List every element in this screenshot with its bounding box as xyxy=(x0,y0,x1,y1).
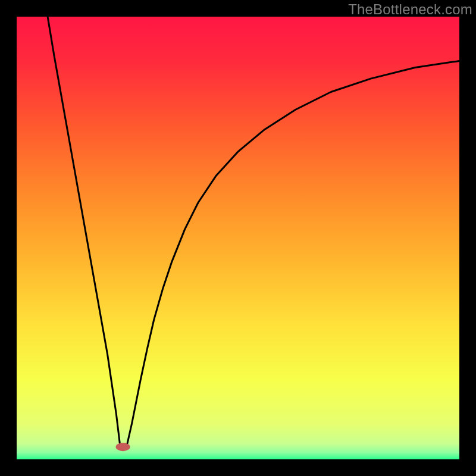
gradient-background xyxy=(17,17,459,459)
gradient-plot xyxy=(17,17,459,459)
watermark-text: TheBottleneck.com xyxy=(348,1,472,18)
minimum-marker xyxy=(116,443,130,451)
chart-frame xyxy=(17,17,459,459)
